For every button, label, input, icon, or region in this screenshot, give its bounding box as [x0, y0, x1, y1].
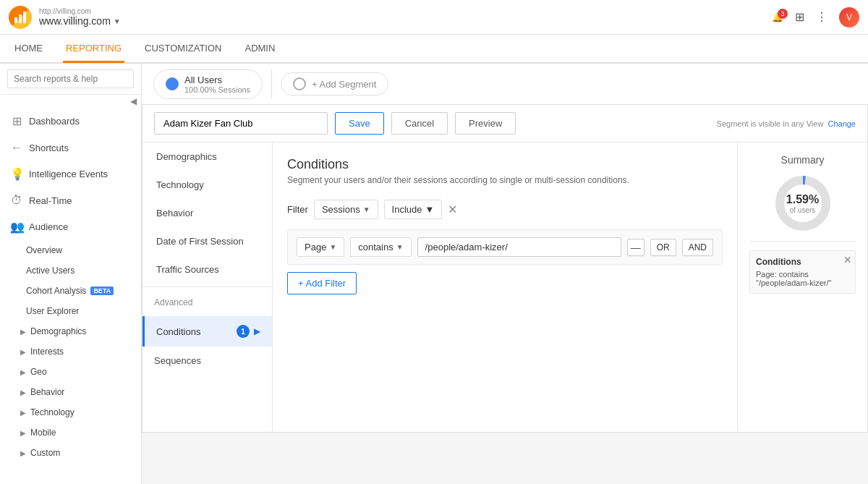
apps-button[interactable]: ⊞	[795, 10, 804, 24]
filter-label: Filter	[287, 204, 308, 215]
sidebar-item-geo[interactable]: ▶ Geo	[0, 362, 141, 382]
summary-of-users: of users	[786, 206, 819, 214]
realtime-icon: ⏱	[10, 194, 23, 207]
svg-rect-0	[14, 17, 17, 23]
editor-nav-traffic-sources[interactable]: Traffic Sources	[142, 255, 272, 284]
editor-header: Save Cancel Preview Segment is visible i…	[142, 105, 867, 143]
nav-reporting[interactable]: REPORTING	[63, 35, 124, 63]
svg-rect-2	[23, 12, 26, 23]
summary-title: Summary	[749, 154, 856, 166]
sidebar-search-container	[0, 64, 141, 95]
editor-nav-date-of-first-session[interactable]: Date of First Session	[142, 227, 272, 255]
visibility-change-link[interactable]: Change	[827, 119, 856, 128]
site-url-small: http://villing.com	[39, 7, 772, 15]
conditions-card-text: Page: contains "/people/adam-kizer/"	[756, 270, 849, 287]
and-button[interactable]: AND	[682, 239, 713, 256]
sidebar-item-behavior[interactable]: ▶ Behavior	[0, 382, 141, 402]
sidebar-item-shortcuts[interactable]: ← Shortcuts	[0, 135, 141, 161]
filter-row: Filter Sessions ▼ Include ▼ ✕	[287, 200, 723, 219]
include-dropdown-icon: ▼	[425, 204, 434, 215]
demographics-expand-icon: ▶	[20, 328, 26, 336]
nav-home[interactable]: HOME	[12, 35, 46, 63]
search-input[interactable]	[7, 69, 134, 88]
conditions-card-close-button[interactable]: ✕	[843, 254, 852, 266]
summary-conditions-card: Conditions Page: contains "/people/adam-…	[749, 250, 856, 294]
save-button[interactable]: Save	[335, 112, 384, 135]
behavior-expand-icon: ▶	[20, 389, 26, 396]
editor-nav-demographics[interactable]: Demographics	[142, 143, 272, 171]
add-segment-label: + Add Segment	[312, 79, 376, 90]
conditions-card-title: Conditions	[756, 257, 849, 267]
sidebar-item-cohort-analysis[interactable]: Cohort Analysis BETA	[0, 281, 141, 301]
segment-divider	[271, 69, 272, 98]
audience-icon: 👥	[10, 220, 23, 234]
notifications-button[interactable]: 🔔 3	[772, 12, 783, 22]
all-users-chip[interactable]: All Users 100.00% Sessions	[153, 69, 263, 99]
shortcuts-icon: ←	[10, 141, 23, 154]
segment-chip-info: All Users 100.00% Sessions	[184, 75, 250, 94]
add-segment-dot-icon	[293, 77, 306, 90]
editor-nav-behavior[interactable]: Behavior	[142, 199, 272, 227]
editor-nav-sequences[interactable]: Sequences	[142, 347, 272, 375]
mobile-expand-icon: ▶	[20, 429, 26, 437]
sidebar-item-custom[interactable]: ▶ Custom	[0, 443, 141, 463]
clear-filter-button[interactable]: ✕	[448, 203, 457, 216]
cancel-button[interactable]: Cancel	[391, 112, 448, 135]
advanced-label: Advanced	[142, 290, 272, 310]
include-select[interactable]: Include ▼	[384, 200, 443, 219]
remove-condition-button[interactable]: —	[627, 239, 644, 256]
editor-nav-technology[interactable]: Technology	[142, 171, 272, 199]
intelligence-icon: 💡	[10, 167, 23, 181]
sidebar-item-audience[interactable]: 👥 Audience	[0, 213, 141, 240]
conditions-badge: 1	[237, 325, 250, 338]
add-filter-button[interactable]: + Add Filter	[287, 272, 357, 294]
sidebar-item-technology[interactable]: ▶ Technology	[0, 402, 141, 423]
top-bar: http://villing.com www.villing.com ▼ 🔔 3…	[0, 0, 868, 35]
sidebar-item-demographics[interactable]: ▶ Demographics	[0, 321, 141, 341]
nav-bar: HOME REPORTING CUSTOMIZATION ADMIN	[0, 35, 868, 64]
add-segment-chip[interactable]: + Add Segment	[281, 72, 388, 95]
or-button[interactable]: OR	[650, 239, 676, 256]
summary-panel: Summary 1.59% of users Conditio	[737, 143, 867, 432]
preview-button[interactable]: Preview	[455, 112, 516, 135]
conditions-desc: Segment your users and/or their sessions…	[287, 175, 723, 185]
editor-nav-conditions[interactable]: Conditions 1 ▶	[142, 316, 272, 347]
user-avatar[interactable]: V	[839, 7, 859, 27]
main-layout: ◀ ⊞ Dashboards ← Shortcuts 💡 Intelligenc…	[0, 64, 868, 484]
segment-name-input[interactable]	[154, 112, 328, 135]
dashboards-icon: ⊞	[10, 114, 23, 128]
site-info: http://villing.com www.villing.com ▼	[39, 7, 772, 27]
sidebar-item-active-users[interactable]: Active Users	[0, 260, 141, 281]
content-area: All Users 100.00% Sessions + Add Segment…	[142, 64, 868, 484]
dropdown-arrow-icon: ▼	[114, 17, 121, 25]
sidebar-item-interests[interactable]: ▶ Interests	[0, 341, 141, 362]
sessions-select[interactable]: Sessions ▼	[314, 200, 378, 219]
donut-center: 1.59% of users	[786, 193, 819, 214]
google-analytics-logo	[9, 6, 32, 29]
nav-customization[interactable]: CUSTOMIZATION	[142, 35, 224, 63]
sidebar: ◀ ⊞ Dashboards ← Shortcuts 💡 Intelligenc…	[0, 64, 142, 484]
conditions-title: Conditions	[287, 157, 723, 172]
page-select[interactable]: Page ▼	[297, 237, 344, 257]
sidebar-item-user-explorer[interactable]: User Explorer	[0, 301, 141, 321]
more-options-button[interactable]: ⋮	[816, 10, 827, 24]
site-url-main[interactable]: www.villing.com ▼	[39, 15, 772, 27]
sidebar-item-real-time[interactable]: ⏱ Real-Time	[0, 187, 141, 213]
donut-chart-container: 1.59% of users	[749, 174, 856, 232]
segment-dot	[166, 77, 179, 90]
geo-expand-icon: ▶	[20, 368, 26, 376]
sidebar-item-intelligence-events[interactable]: 💡 Intelligence Events	[0, 161, 141, 187]
sidebar-item-dashboards[interactable]: ⊞ Dashboards	[0, 108, 141, 135]
sidebar-item-overview[interactable]: Overview	[0, 240, 141, 260]
conditions-arrow-icon: ▶	[254, 326, 260, 336]
page-dropdown-icon: ▼	[329, 243, 336, 251]
segment-chip-sub: 100.00% Sessions	[184, 85, 250, 94]
interests-expand-icon: ▶	[20, 348, 26, 356]
filter-value-input[interactable]	[417, 237, 621, 257]
sidebar-item-mobile[interactable]: ▶ Mobile	[0, 423, 141, 443]
sidebar-collapse-button[interactable]: ◀	[0, 95, 141, 108]
svg-rect-1	[19, 14, 22, 23]
nav-admin[interactable]: ADMIN	[242, 35, 278, 63]
custom-expand-icon: ▶	[20, 449, 26, 457]
contains-select[interactable]: contains ▼	[350, 237, 411, 257]
